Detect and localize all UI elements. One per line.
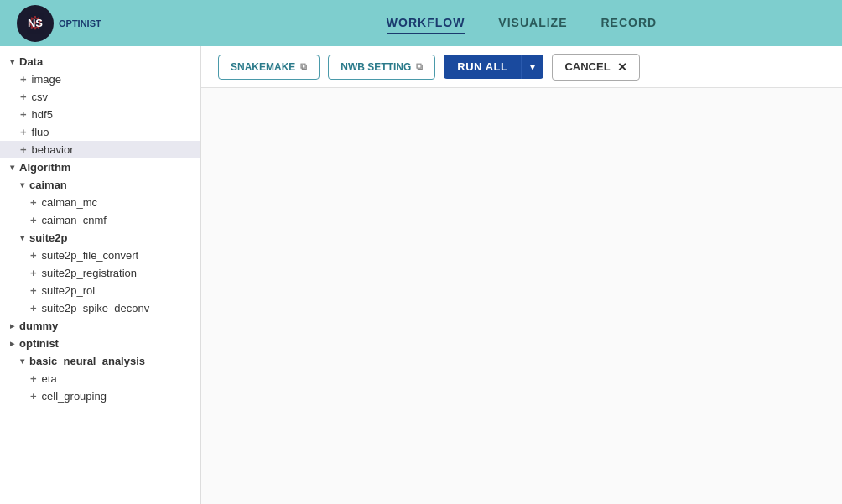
nav-tabs: WORKFLOW VISUALIZE RECORD (218, 13, 825, 34)
sidebar-item-suite2p-file-convert[interactable]: + suite2p_file_convert (0, 247, 200, 264)
plus-icon: + (30, 196, 37, 209)
plus-icon: + (20, 73, 27, 86)
logo-area: ⚙ NS OPTINIST (17, 5, 218, 42)
sidebar-item-image[interactable]: + image (0, 70, 200, 88)
sidebar-item-data[interactable]: ▾ Data (0, 53, 200, 70)
plus-icon: + (20, 108, 27, 121)
chevron-down-icon: ▾ (10, 163, 14, 172)
chevron-right-icon: ▸ (10, 321, 14, 330)
chevron-down-icon: ▾ (20, 180, 24, 190)
tab-record[interactable]: RECORD (600, 13, 657, 34)
sidebar-item-dummy[interactable]: ▸ dummy (0, 317, 200, 335)
sliders-icon: ⧉ (300, 61, 307, 72)
sidebar-item-optinist[interactable]: ▸ optinist (0, 335, 200, 352)
plus-icon: + (30, 249, 37, 262)
sidebar-label-behavior: behavior (32, 143, 74, 156)
sidebar-item-caiman[interactable]: ▾ caiman (0, 176, 200, 194)
chevron-down-icon: ▾ (10, 57, 14, 66)
snakemake-label: SNAKEMAKE (231, 61, 295, 73)
sidebar-item-hdf5[interactable]: + hdf5 (0, 106, 200, 123)
close-icon: ✕ (617, 60, 627, 74)
sliders-icon: ⧉ (416, 61, 423, 72)
sidebar-label-eta: eta (42, 372, 57, 385)
canvas-area: SNAKEMAKE ⧉ NWB SETTING ⧉ RUN ALL ▾ CANC… (201, 46, 842, 504)
sidebar-label-optinist: optinist (19, 337, 59, 350)
chevron-down-icon: ▾ (20, 356, 24, 366)
run-all-group: RUN ALL ▾ (444, 55, 543, 79)
sidebar-item-behavior[interactable]: + behavior (0, 141, 200, 158)
plus-icon: + (30, 390, 37, 403)
sidebar-label-suite2p: suite2p (29, 231, 68, 244)
run-all-button[interactable]: RUN ALL (444, 55, 521, 79)
sidebar-label-fluo: fluo (32, 126, 49, 138)
tab-workflow[interactable]: WORKFLOW (387, 13, 465, 34)
sidebar-label-bna: basic_neural_analysis (29, 355, 145, 367)
sidebar-label-algorithm: Algorithm (19, 161, 70, 174)
sidebar-label-caiman: caiman (29, 179, 67, 191)
main-layout: ▾ Data + image + csv + hdf5 + fluo + beh… (0, 46, 842, 504)
logo: ⚙ NS (17, 5, 54, 42)
header: ⚙ NS OPTINIST WORKFLOW VISUALIZE RECORD (0, 0, 842, 46)
toolbar: SNAKEMAKE ⧉ NWB SETTING ⧉ RUN ALL ▾ CANC… (201, 46, 842, 88)
sidebar-label-cell-grouping: cell_grouping (42, 390, 107, 403)
plus-icon: + (30, 267, 37, 279)
nwb-setting-button[interactable]: NWB SETTING ⧉ (328, 55, 435, 80)
sidebar-label-suite2p-fc: suite2p_file_convert (42, 249, 139, 262)
plus-icon: + (30, 372, 37, 385)
plus-icon: + (20, 126, 27, 138)
sidebar-label-caiman-mc: caiman_mc (42, 196, 97, 209)
sidebar-item-eta[interactable]: + eta (0, 370, 200, 387)
sidebar-label-dummy: dummy (19, 320, 58, 332)
plus-icon: + (20, 143, 27, 156)
plus-icon: + (30, 214, 37, 226)
chevron-down-icon: ▾ (20, 233, 24, 242)
sidebar-item-basic-neural[interactable]: ▾ basic_neural_analysis (0, 352, 200, 370)
chevron-right-icon: ▸ (10, 339, 14, 348)
sidebar-label-caiman-cnmf: caiman_cnmf (42, 214, 107, 226)
sidebar-label-image: image (32, 73, 61, 86)
sidebar-label-csv: csv (32, 91, 49, 103)
plus-icon: + (30, 284, 37, 297)
sidebar: ▾ Data + image + csv + hdf5 + fluo + beh… (0, 46, 201, 504)
logo-text: NS (28, 17, 43, 29)
logo-subtitle: OPTINIST (59, 18, 101, 29)
plus-icon: + (20, 91, 27, 103)
sidebar-item-cell-grouping[interactable]: + cell_grouping (0, 387, 200, 405)
run-all-dropdown[interactable]: ▾ (521, 55, 543, 79)
tab-visualize[interactable]: VISUALIZE (498, 13, 567, 34)
snakemake-button[interactable]: SNAKEMAKE ⧉ (218, 55, 320, 80)
sidebar-label-hdf5: hdf5 (32, 108, 53, 121)
sidebar-label-suite2p-reg: suite2p_registration (42, 267, 137, 279)
sidebar-item-suite2p-registration[interactable]: + suite2p_registration (0, 264, 200, 282)
sidebar-item-algorithm[interactable]: ▾ Algorithm (0, 158, 200, 176)
cancel-label: CANCEL (564, 60, 610, 73)
sidebar-item-suite2p-spike[interactable]: + suite2p_spike_deconv (0, 299, 200, 317)
sidebar-label-suite2p-roi: suite2p_roi (42, 284, 96, 297)
sidebar-label-suite2p-spike: suite2p_spike_deconv (42, 302, 150, 314)
sidebar-item-caiman-cnmf[interactable]: + caiman_cnmf (0, 211, 200, 229)
plus-icon: + (30, 302, 37, 314)
sidebar-label-data: Data (19, 55, 43, 68)
sidebar-item-suite2p-roi[interactable]: + suite2p_roi (0, 282, 200, 299)
cancel-button[interactable]: CANCEL ✕ (552, 54, 639, 81)
sidebar-item-caiman-mc[interactable]: + caiman_mc (0, 194, 200, 211)
sidebar-item-suite2p[interactable]: ▾ suite2p (0, 229, 200, 247)
chevron-down-icon: ▾ (530, 61, 535, 73)
nwb-setting-label: NWB SETTING (340, 61, 411, 73)
sidebar-item-fluo[interactable]: + fluo (0, 123, 200, 141)
sidebar-item-csv[interactable]: + csv (0, 88, 200, 106)
